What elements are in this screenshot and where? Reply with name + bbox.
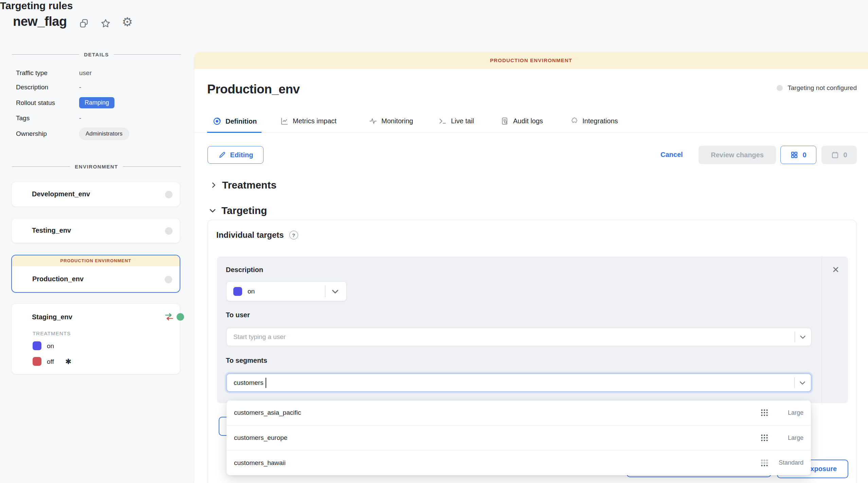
treatment-off-swatch — [33, 357, 41, 366]
tab-audit-logs[interactable]: Audit logs — [501, 117, 543, 125]
tags-label: Tags — [16, 114, 30, 122]
env-name: Staging_env — [32, 313, 72, 321]
flag-detail-page: new_flag ⚙ DETAILS Traffic type user Des… — [0, 0, 868, 483]
traffic-type-label: Traffic type — [16, 69, 48, 77]
tab-definition[interactable]: Definition — [213, 117, 257, 126]
environment-title: Production_env — [207, 82, 300, 96]
tab-live-tail[interactable]: Live tail — [438, 117, 474, 125]
env-name: Testing_env — [32, 227, 71, 234]
help-icon[interactable]: ? — [289, 231, 298, 239]
env-status-dot — [165, 227, 173, 235]
targeting-status: Targeting not configured — [777, 84, 857, 92]
segments-dropdown: customers_asia_pacific Large customers_e… — [227, 400, 811, 475]
default-treatment-marker: ✱ — [65, 357, 71, 366]
env-status-dot-active — [177, 313, 184, 321]
chevron-down-icon — [798, 333, 807, 341]
environment-heading: ENVIRONMENT — [75, 164, 118, 169]
to-user-placeholder: Start typing a user — [227, 333, 286, 341]
changes-count-button[interactable]: 0 — [780, 146, 816, 164]
rollout-status-badge: Ramping — [79, 97, 114, 108]
segment-size-label: Standard — [774, 459, 803, 466]
status-text: Targeting not configured — [788, 84, 857, 92]
segment-option[interactable]: customers_europe Large — [227, 425, 811, 450]
traffic-type-value: user — [79, 69, 92, 77]
flag-name-title: new_flag — [13, 14, 67, 29]
segment-grid-icon — [760, 408, 769, 417]
active-tab-underline — [207, 132, 261, 133]
cancel-link[interactable]: Cancel — [661, 151, 683, 159]
description-value: - — [79, 84, 81, 91]
treatment-on-swatch — [33, 341, 41, 350]
star-icon[interactable] — [99, 17, 112, 30]
treatment-color-swatch — [233, 287, 242, 296]
monitoring-icon — [369, 117, 377, 125]
close-icon[interactable]: ✕ — [829, 263, 842, 276]
rollout-status-label: Rollout status — [16, 99, 55, 107]
segment-grid-icon — [760, 433, 769, 442]
review-changes-button[interactable]: Review changes — [699, 146, 776, 164]
env-name: Development_env — [32, 190, 90, 198]
to-segments-input[interactable]: customers — [226, 373, 812, 392]
chevron-right-icon — [210, 181, 217, 189]
env-card-testing[interactable]: Testing_env — [11, 218, 180, 243]
details-section-header: DETAILS — [12, 52, 181, 57]
tab-metrics-impact[interactable]: Metrics impact — [280, 117, 337, 125]
production-environment-strip: PRODUCTION ENVIRONMENT — [12, 255, 180, 266]
segment-grid-icon-standard — [760, 459, 769, 467]
integrations-icon — [570, 117, 578, 125]
live-tail-icon — [438, 117, 447, 125]
env-status-dot — [165, 191, 173, 198]
env-card-development[interactable]: Development_env — [11, 182, 180, 207]
env-card-production[interactable]: PRODUCTION ENVIRONMENT Production_env — [11, 255, 180, 293]
environment-section-header: ENVIRONMENT — [12, 164, 181, 169]
copy-icon[interactable] — [77, 17, 90, 30]
editing-button[interactable]: Editing — [207, 146, 264, 164]
env-card-staging[interactable]: Staging_env TREATMENTS on off ✱ — [11, 303, 180, 374]
chevron-down-icon — [330, 286, 340, 297]
tab-monitoring[interactable]: Monitoring — [369, 117, 413, 125]
metrics-impact-icon — [280, 117, 289, 125]
gear-icon[interactable]: ⚙ — [121, 16, 134, 29]
chevron-down-icon — [798, 378, 807, 387]
to-user-input[interactable]: Start typing a user — [226, 328, 812, 346]
details-heading: DETAILS — [84, 52, 109, 57]
treatments-heading: TREATMENTS — [33, 330, 71, 336]
ownership-chip[interactable]: Administrators — [79, 128, 129, 140]
targeting-section-header[interactable]: Targeting — [209, 205, 267, 216]
targeting-rules-heading-occluded: Targeting rules — [0, 0, 868, 12]
segment-option[interactable]: customers_asia_pacific Large — [227, 400, 811, 425]
segment-option[interactable]: customers_hawaii Standard — [227, 450, 811, 475]
treatment-select-value: on — [242, 288, 255, 295]
treatments-section-header[interactable]: Treatments — [210, 179, 276, 191]
status-dot — [777, 85, 783, 91]
segment-size-label: Large — [774, 434, 803, 442]
definition-icon — [213, 117, 221, 126]
calendar-icon — [831, 151, 839, 159]
rule-card-divider — [821, 256, 822, 403]
treatment-off-label: off — [47, 358, 54, 365]
to-user-label: To user — [226, 311, 250, 319]
env-status-dot — [165, 276, 172, 283]
production-environment-banner: PRODUCTION ENVIRONMENT — [194, 52, 868, 69]
tab-integrations[interactable]: Integrations — [570, 117, 618, 125]
swap-arrows-icon — [164, 312, 174, 323]
to-segments-value: customers — [227, 379, 264, 387]
tags-value: - — [79, 114, 81, 122]
text-cursor — [266, 378, 266, 388]
chevron-down-icon — [209, 207, 217, 215]
tabs-divider — [194, 132, 868, 133]
treatment-select[interactable]: on — [226, 281, 347, 301]
treatment-description-label: Description — [226, 266, 263, 274]
to-segments-label: To segments — [226, 357, 267, 364]
pencil-icon — [218, 151, 226, 159]
individual-targets-heading: Individual targets ? — [216, 230, 298, 240]
description-label: Description — [16, 84, 48, 91]
treatment-on-label: on — [47, 342, 54, 350]
segment-size-label: Large — [774, 409, 803, 416]
schedule-count-button[interactable]: 0 — [821, 146, 857, 164]
grid-icon — [790, 151, 798, 159]
audit-logs-icon — [501, 117, 509, 125]
ownership-label: Ownership — [16, 130, 47, 138]
env-name: Production_env — [32, 275, 84, 283]
